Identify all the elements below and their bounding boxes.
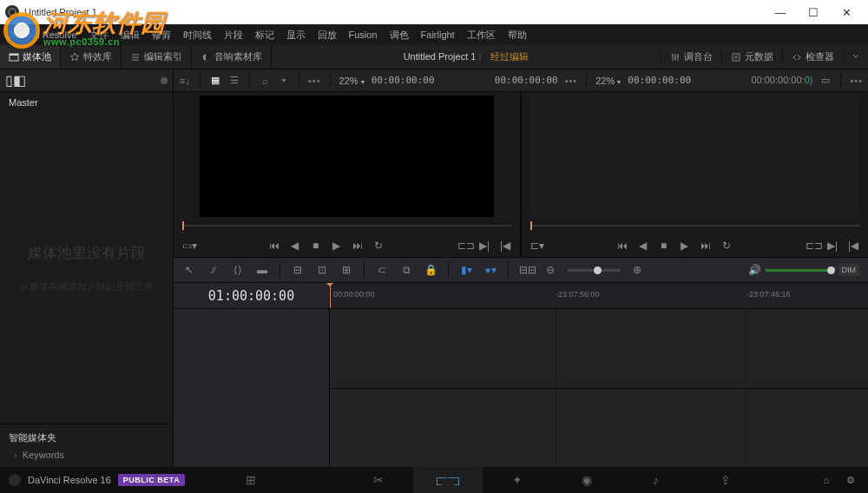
- page-cut[interactable]: ✂: [344, 467, 413, 493]
- metadata-toggle[interactable]: 元数据: [721, 50, 782, 63]
- source-tc-out[interactable]: 00:00:00:00: [495, 75, 558, 86]
- chevron-down-icon[interactable]: ▾: [278, 75, 290, 87]
- menu-view[interactable]: 显示: [286, 29, 306, 42]
- program-tc-in[interactable]: 00:00:00:00: [628, 75, 691, 86]
- replace-icon[interactable]: ⊞: [339, 264, 353, 276]
- marker-icon[interactable]: ●▾: [483, 264, 497, 276]
- program-mode-icon[interactable]: ⊏▾: [530, 240, 542, 252]
- page-deliver[interactable]: ⇪: [691, 467, 760, 493]
- source-scrubber[interactable]: [182, 220, 511, 231]
- trim-tool-icon[interactable]: ⫽: [207, 264, 220, 276]
- effects-toggle[interactable]: 特效库: [61, 45, 122, 69]
- zoom-out-icon[interactable]: ⊖: [543, 264, 557, 276]
- timeline-timecode[interactable]: 01:00:00:00: [174, 283, 329, 309]
- page-media[interactable]: ⊞: [216, 467, 286, 493]
- menu-fusion[interactable]: Fusion: [349, 30, 378, 40]
- next-frame-icon[interactable]: ⏭: [700, 240, 712, 252]
- sort-icon[interactable]: ≡↓: [179, 75, 191, 87]
- volume-slider[interactable]: [766, 269, 835, 272]
- menu-davinci[interactable]: DaVinci Resolve: [7, 30, 77, 40]
- timeline-ruler[interactable]: 00:00:00:00 -23:07:56:00 -23:07:46:16: [330, 283, 868, 309]
- monitor-icon[interactable]: ▭: [819, 75, 832, 87]
- page-fairlight[interactable]: ♪: [621, 467, 691, 493]
- close-button[interactable]: ✕: [830, 0, 863, 24]
- page-edit[interactable]: ⫍⫎: [413, 467, 483, 493]
- menu-color[interactable]: 调色: [390, 29, 409, 42]
- maximize-button[interactable]: ☐: [797, 0, 830, 24]
- out-point-icon[interactable]: |◀: [847, 240, 859, 252]
- zoom-slider[interactable]: [568, 269, 620, 272]
- source-screen[interactable]: [200, 95, 494, 217]
- stop-icon[interactable]: ■: [658, 240, 670, 252]
- settings-icon[interactable]: ⚙: [842, 475, 859, 486]
- menu-timeline[interactable]: 时间线: [183, 29, 212, 42]
- source-options-icon[interactable]: •••: [565, 76, 578, 86]
- master-bin[interactable]: Master: [0, 92, 173, 113]
- overwrite-icon[interactable]: ⊡: [315, 264, 329, 276]
- loop-icon[interactable]: ↻: [372, 240, 385, 252]
- menu-playback[interactable]: 回放: [318, 29, 337, 42]
- program-zoom[interactable]: 22% ▾: [595, 76, 621, 86]
- prev-frame-icon[interactable]: ◀: [637, 240, 649, 252]
- loop-icon[interactable]: ↻: [720, 240, 733, 252]
- home-icon[interactable]: ⌂: [818, 475, 835, 485]
- menu-file[interactable]: 文件: [89, 29, 108, 42]
- play-icon[interactable]: ▶: [679, 240, 691, 252]
- sound-lib-toggle[interactable]: 音响素材库: [192, 45, 272, 69]
- menu-mark[interactable]: 标记: [255, 29, 274, 42]
- search-icon[interactable]: ⌕: [259, 75, 271, 87]
- timeline-view-icon[interactable]: ⊟⊟: [519, 264, 533, 276]
- inspector-toggle[interactable]: 检查器: [782, 50, 843, 63]
- media-pool-toggle[interactable]: 媒体池: [0, 45, 61, 69]
- insert-icon[interactable]: ⊟: [291, 264, 305, 276]
- mixer-toggle[interactable]: 调音台: [661, 50, 721, 63]
- play-icon[interactable]: ▶: [331, 240, 343, 252]
- program-screen[interactable]: [530, 95, 859, 217]
- expand-toggle[interactable]: [843, 50, 868, 61]
- playhead[interactable]: [330, 283, 331, 308]
- options-icon[interactable]: •••: [308, 76, 321, 86]
- menu-workspace[interactable]: 工作区: [467, 29, 496, 42]
- flag-icon[interactable]: ▮▾: [459, 264, 473, 276]
- match-frame-icon[interactable]: ⊏⊐: [806, 240, 818, 252]
- smart-bin-keywords[interactable]: Keywords: [9, 450, 164, 460]
- menu-trim[interactable]: 修剪: [152, 29, 171, 42]
- in-point-icon[interactable]: ▶|: [478, 240, 490, 252]
- source-zoom[interactable]: 22% ▾: [339, 76, 365, 86]
- snap-icon[interactable]: ⊂: [375, 264, 389, 276]
- edit-index-toggle[interactable]: 编辑索引: [122, 45, 192, 69]
- menu-clip[interactable]: 片段: [224, 29, 243, 42]
- minimize-button[interactable]: —: [764, 0, 797, 24]
- first-frame-icon[interactable]: ⏮: [268, 240, 280, 252]
- program-scrubber[interactable]: [530, 220, 859, 231]
- next-frame-icon[interactable]: ⏭: [352, 240, 364, 252]
- program-options-icon[interactable]: •••: [850, 76, 863, 86]
- speaker-icon[interactable]: 🔊: [748, 264, 762, 276]
- timeline-tracks[interactable]: [330, 309, 868, 467]
- source-tc-in[interactable]: 00:00:00:00: [372, 75, 435, 86]
- thumbnail-view-icon[interactable]: ▦: [209, 75, 221, 87]
- dynamic-trim-icon[interactable]: ⟨⟩: [231, 264, 245, 276]
- arrow-tool-icon[interactable]: ↖: [182, 264, 196, 276]
- match-frame-icon[interactable]: ⊏⊐: [457, 240, 470, 252]
- lock-icon[interactable]: 🔒: [424, 264, 437, 276]
- in-point-icon[interactable]: ▶|: [826, 240, 838, 252]
- page-fusion[interactable]: ✦: [483, 467, 552, 493]
- menu-fairlight[interactable]: Fairlight: [421, 30, 455, 40]
- dim-button[interactable]: DIM: [838, 264, 860, 276]
- blade-tool-icon[interactable]: ▬: [255, 264, 269, 276]
- first-frame-icon[interactable]: ⏮: [616, 240, 628, 252]
- source-mode-icon[interactable]: ▭▾: [182, 240, 194, 252]
- link-icon[interactable]: ⧉: [399, 264, 413, 276]
- panel-layout-icon[interactable]: ▯◧: [5, 72, 26, 89]
- zoom-in-icon[interactable]: ⊕: [630, 264, 644, 276]
- list-view-icon[interactable]: ☰: [228, 75, 240, 87]
- record-dot-icon[interactable]: [161, 77, 168, 84]
- stop-icon[interactable]: ■: [310, 240, 322, 252]
- menu-help[interactable]: 帮助: [508, 29, 527, 42]
- menu-edit[interactable]: 编辑: [121, 29, 140, 42]
- page-color[interactable]: ◉: [552, 467, 621, 493]
- program-tc-out[interactable]: 00:00:00:00:0): [751, 75, 812, 86]
- out-point-icon[interactable]: |◀: [499, 240, 511, 252]
- prev-frame-icon[interactable]: ◀: [289, 240, 301, 252]
